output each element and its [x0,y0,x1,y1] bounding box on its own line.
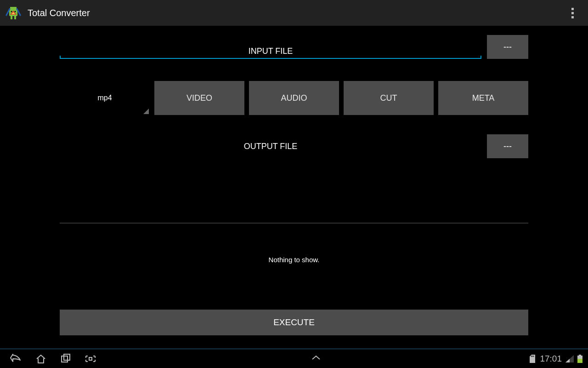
format-spinner-value: mp4 [97,94,112,102]
sdcard-icon [529,355,536,363]
spinner-caret-icon [143,109,149,114]
app-title: Total Converter [28,8,90,18]
input-file-field[interactable]: INPUT FILE [60,36,481,59]
home-icon[interactable] [28,349,53,368]
format-spinner[interactable]: mp4 [60,81,150,115]
tab-audio[interactable]: AUDIO [249,81,339,115]
svg-point-2 [11,11,12,12]
tab-cut[interactable]: CUT [344,81,434,115]
signal-icon [565,355,574,362]
svg-rect-8 [11,16,12,19]
system-nav-bar: 17:01 [0,349,588,368]
output-file-label: OUTPUT FILE [60,142,481,151]
svg-rect-12 [89,357,92,360]
svg-rect-18 [579,355,581,356]
divider [60,223,528,224]
input-browse-button[interactable]: --- [487,35,528,59]
input-file-label: INPUT FILE [249,46,293,59]
svg-rect-15 [533,356,534,357]
screenshot-icon[interactable] [78,349,103,368]
svg-marker-17 [565,359,570,362]
back-icon[interactable] [4,349,28,368]
svg-rect-20 [577,359,582,363]
svg-rect-13 [531,356,531,357]
tab-meta[interactable]: META [438,81,528,115]
status-clock: 17:01 [540,354,562,364]
svg-point-3 [15,11,16,12]
svg-rect-0 [10,7,17,10]
svg-rect-10 [62,356,68,362]
overflow-menu-icon[interactable] [565,4,580,22]
svg-rect-11 [64,354,70,360]
nav-expand-icon[interactable] [311,355,321,363]
app-bar: Total Converter [0,0,588,26]
output-browse-button[interactable]: --- [487,134,528,158]
battery-icon [577,355,582,363]
svg-rect-9 [14,16,16,19]
recent-apps-icon[interactable] [53,349,78,368]
status-text: Nothing to show. [60,256,528,264]
app-icon [6,5,21,21]
execute-button[interactable]: EXECUTE [60,310,528,335]
tab-video[interactable]: VIDEO [154,81,244,115]
svg-rect-14 [532,356,533,357]
